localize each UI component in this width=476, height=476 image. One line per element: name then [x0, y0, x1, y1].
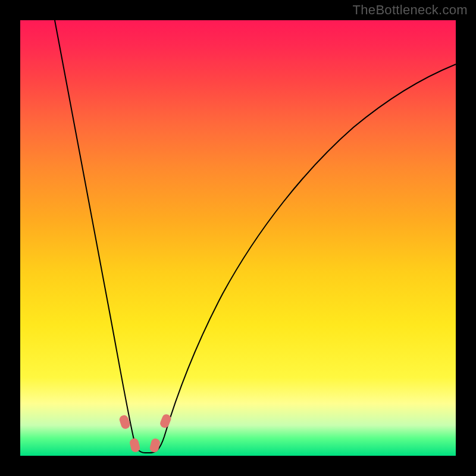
plot-area: [20, 20, 456, 456]
marker-dot: [149, 438, 161, 453]
bottleneck-curve: [55, 20, 456, 453]
chart-curve-layer: [20, 20, 456, 456]
marker-group: [118, 413, 173, 453]
watermark-text: TheBottleneck.com: [353, 2, 468, 18]
marker-dot: [159, 413, 173, 429]
